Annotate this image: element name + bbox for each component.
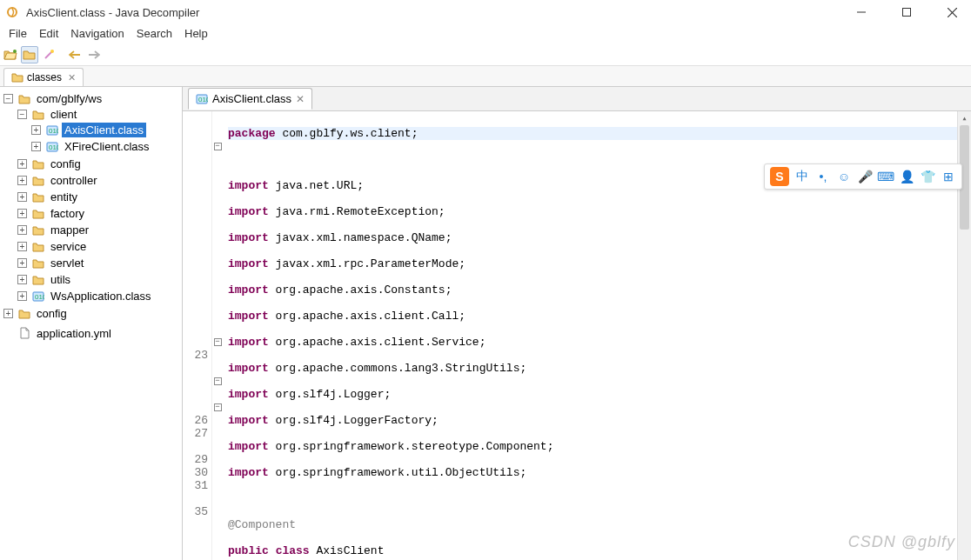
expand-icon[interactable]: + <box>17 209 27 218</box>
expand-icon[interactable]: + <box>17 291 27 301</box>
folder-icon <box>31 158 45 170</box>
title-bar: AxisClient.class - Java Decompiler <box>0 0 971 24</box>
tree-servlet[interactable]: servlet <box>48 256 86 270</box>
open-file-icon[interactable] <box>2 46 19 63</box>
expand-icon[interactable]: − <box>17 110 27 119</box>
app-icon <box>7 5 21 19</box>
ime-toolbar[interactable]: S 中 •, ☺ 🎤 ⌨ 👤 👕 ⊞ <box>764 163 962 190</box>
close-icon[interactable]: ✕ <box>68 72 76 83</box>
ime-keyboard-icon[interactable]: ⌨ <box>878 169 894 184</box>
folder-icon <box>11 72 23 83</box>
folder-icon <box>31 241 45 253</box>
ime-toolbox-icon[interactable]: ⊞ <box>941 169 956 184</box>
svg-text:010: 010 <box>49 127 58 135</box>
ime-punctuation-icon[interactable]: •, <box>815 169 831 184</box>
expand-icon[interactable]: + <box>17 176 27 185</box>
svg-text:010: 010 <box>49 143 58 151</box>
expand-icon[interactable]: + <box>17 275 27 284</box>
toolbar <box>0 43 971 66</box>
close-button[interactable] <box>940 3 964 21</box>
menu-search[interactable]: Search <box>131 25 177 42</box>
maximize-button[interactable] <box>894 3 919 21</box>
expand-icon[interactable]: + <box>31 125 41 135</box>
tree-service[interactable]: service <box>48 239 89 254</box>
sogou-logo-icon[interactable]: S <box>770 167 789 186</box>
svg-text:010: 010 <box>35 293 44 301</box>
forward-icon[interactable] <box>85 46 103 63</box>
expand-icon[interactable]: + <box>31 142 41 151</box>
tree-axisclient[interactable]: AxisClient.class <box>62 123 146 137</box>
class-icon: 010 <box>45 141 59 153</box>
menu-file[interactable]: File <box>3 25 32 42</box>
open-type-icon[interactable] <box>21 46 38 63</box>
expand-icon[interactable]: + <box>17 225 27 235</box>
tree-config[interactable]: config <box>48 157 84 171</box>
expand-icon[interactable]: + <box>17 242 27 251</box>
project-tab-label: classes <box>27 71 62 83</box>
expand-icon[interactable]: − <box>3 94 13 103</box>
editor-tab[interactable]: 010 AxisClient.class ✕ <box>188 88 312 110</box>
close-icon[interactable]: ✕ <box>296 93 305 105</box>
svg-rect-2 <box>903 9 911 17</box>
editor-area: 010 AxisClient.class ✕ 23 26 27 29 30 31… <box>183 87 971 560</box>
folder-icon <box>17 308 31 320</box>
tree-client[interactable]: client <box>48 107 79 122</box>
package-icon <box>17 93 31 105</box>
ime-voice-icon[interactable]: 🎤 <box>857 169 873 184</box>
menu-edit[interactable]: Edit <box>34 25 64 42</box>
folder-icon <box>31 109 45 121</box>
scroll-up-icon[interactable]: ▴ <box>958 111 971 125</box>
folder-icon <box>31 191 45 203</box>
tree-appyml[interactable]: application.yml <box>34 326 114 341</box>
tree-wsapp[interactable]: WsApplication.class <box>48 289 154 303</box>
svg-text:010: 010 <box>198 96 208 103</box>
tree-root[interactable]: com/gblfy/ws <box>34 91 104 106</box>
ime-user-icon[interactable]: 👤 <box>899 169 914 184</box>
project-tab-bar: classes ✕ <box>0 66 971 87</box>
line-gutter: 23 26 27 29 30 31 35 <box>183 111 212 560</box>
folder-icon <box>31 224 45 237</box>
expand-icon[interactable]: + <box>17 258 27 268</box>
menu-navigation[interactable]: Navigation <box>65 25 129 42</box>
wand-icon[interactable] <box>40 46 57 63</box>
ime-skin-icon[interactable]: 👕 <box>920 169 935 184</box>
folder-icon <box>31 257 45 270</box>
tree-utils[interactable]: utils <box>48 272 73 287</box>
svg-point-5 <box>13 50 17 53</box>
ime-emoji-icon[interactable]: ☺ <box>836 169 852 184</box>
back-icon[interactable] <box>66 46 84 63</box>
class-icon: 010 <box>196 94 208 104</box>
fold-column[interactable]: − − − − <box>212 111 223 560</box>
expand-icon[interactable]: + <box>3 309 13 318</box>
tree-xfireclient[interactable]: XFireClient.class <box>62 139 152 154</box>
editor-tab-label: AxisClient.class <box>212 92 291 105</box>
file-icon <box>17 327 31 339</box>
menu-bar: File Edit Navigation Search Help <box>0 24 971 43</box>
tree-mapper[interactable]: mapper <box>48 223 91 237</box>
ime-language[interactable]: 中 <box>794 169 810 184</box>
project-tab[interactable]: classes ✕ <box>3 68 84 86</box>
editor-tab-bar: 010 AxisClient.class ✕ <box>183 87 971 111</box>
tree-config2[interactable]: config <box>34 306 70 321</box>
class-icon: 010 <box>45 124 59 137</box>
package-explorer[interactable]: −com/gblfy/ws −client +010AxisClient.cla… <box>0 87 183 560</box>
folder-icon <box>31 175 45 187</box>
menu-help[interactable]: Help <box>179 25 213 42</box>
minimize-button[interactable] <box>849 3 874 21</box>
tree-entity[interactable]: entity <box>48 190 80 204</box>
window-title: AxisClient.class - Java Decompiler <box>26 6 849 19</box>
tree-controller[interactable]: controller <box>48 173 99 188</box>
tree-factory[interactable]: factory <box>48 206 87 221</box>
folder-icon <box>31 274 45 286</box>
svg-point-7 <box>50 50 54 53</box>
expand-icon[interactable]: + <box>17 159 27 169</box>
expand-icon[interactable]: + <box>17 192 27 202</box>
class-icon: 010 <box>31 290 45 303</box>
folder-icon <box>31 208 45 220</box>
